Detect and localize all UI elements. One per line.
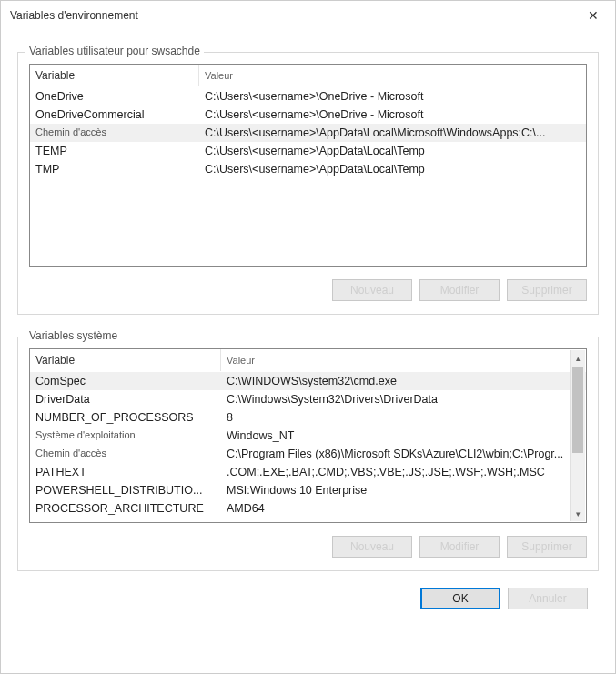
table-row[interactable]: PATHEXT.COM;.EXE;.BAT;.CMD;.VBS;.VBE;.JS… [30, 463, 586, 481]
table-row[interactable]: TMPC:\Users\<username>\AppData\Local\Tem… [30, 160, 586, 178]
var-name: DriverData [30, 390, 221, 408]
scroll-down-icon[interactable]: ▾ [571, 506, 585, 521]
user-vars-label: Variables utilisateur pour swsachde [25, 45, 204, 57]
var-name: OneDrive [30, 87, 199, 106]
var-name: Chemin d'accès [30, 445, 221, 463]
var-name: NUMBER_OF_PROCESSORS [30, 408, 221, 427]
table-row[interactable]: Système d'exploitationWindows_NT [30, 427, 586, 445]
user-buttons-row: Nouveau Modifier Supprimer [29, 279, 587, 301]
table-row[interactable]: Chemin d'accèsC:\Users\<username>\AppDat… [30, 124, 586, 142]
table-row[interactable]: OneDriveC:\Users\<username>\OneDrive - M… [30, 87, 586, 106]
table-row[interactable]: Chemin d'accèsC:\Program Files (x86)\Mic… [30, 445, 586, 463]
var-value: C:\Program Files (x86)\Microsoft SDKs\Az… [221, 445, 586, 463]
col-header-variable[interactable]: Variable [30, 349, 221, 371]
user-vars-header: Variable Valeur [30, 65, 586, 87]
table-row[interactable]: DriverDataC:\Windows\System32\Drivers\Dr… [30, 390, 586, 408]
table-row[interactable]: ComSpecC:\WINDOWS\system32\cmd.exe [30, 372, 586, 390]
sys-vars-header: Variable Valeur [30, 349, 586, 372]
sys-edit-button[interactable]: Modifier [419, 536, 500, 558]
table-row[interactable]: NUMBER_OF_PROCESSORS8 [30, 408, 586, 427]
col-header-value[interactable]: Valeur [221, 349, 586, 371]
sys-vars-table[interactable]: Variable Valeur ComSpecC:\WINDOWS\system… [29, 348, 587, 523]
ok-button[interactable]: OK [420, 588, 500, 609]
var-name: TEMP [30, 142, 199, 160]
table-row[interactable]: OneDriveCommercialC:\Users\<username>\On… [30, 106, 586, 124]
var-value: MSI:Windows 10 Enterprise [221, 481, 586, 499]
var-value: AMD64 [221, 499, 586, 518]
var-name: POWERSHELL_DISTRIBUTIO... [30, 481, 221, 499]
content-area: Variables utilisateur pour swsachde Vari… [1, 30, 615, 673]
var-value: .COM;.EXE;.BAT;.CMD;.VBS;.VBE;.JS;.JSE;.… [221, 463, 586, 481]
sys-vars-fieldset: Variables système Variable Valeur ComSpe… [17, 337, 599, 571]
user-delete-button[interactable]: Supprimer [507, 279, 587, 301]
var-value: C:\WINDOWS\system32\cmd.exe [221, 372, 586, 390]
col-header-variable[interactable]: Variable [30, 65, 199, 86]
user-edit-button[interactable]: Modifier [419, 279, 500, 301]
table-row[interactable]: TEMPC:\Users\<username>\AppData\Local\Te… [30, 142, 586, 160]
table-row[interactable]: POWERSHELL_DISTRIBUTIO...MSI:Windows 10 … [30, 481, 586, 499]
sys-vars-label: Variables système [25, 329, 121, 342]
scroll-up-icon[interactable]: ▴ [571, 350, 585, 366]
scroll-thumb[interactable] [572, 367, 583, 453]
table-row[interactable]: PROCESSOR_ARCHITECTUREAMD64 [30, 499, 586, 518]
user-vars-body: OneDriveC:\Users\<username>\OneDrive - M… [30, 87, 586, 266]
var-name: PROCESSOR_ARCHITECTURE [30, 499, 221, 518]
var-name: Chemin d'accès [30, 124, 199, 142]
col-header-value[interactable]: Valeur [199, 65, 586, 86]
var-name: ComSpec [30, 372, 221, 390]
user-vars-fieldset: Variables utilisateur pour swsachde Vari… [17, 52, 599, 315]
var-value: Windows_NT [221, 427, 586, 445]
sys-delete-button[interactable]: Supprimer [507, 536, 587, 558]
sys-scrollbar[interactable]: ▴ ▾ [570, 350, 585, 521]
var-name: Système d'exploitation [30, 427, 221, 445]
env-vars-dialog: Variables d'environnement ✕ Variables ut… [0, 0, 616, 674]
var-value: C:\Users\<username>\AppData\Local\Temp [199, 160, 586, 178]
window-title: Variables d'environnement [10, 9, 138, 22]
user-new-button[interactable]: Nouveau [332, 279, 412, 301]
titlebar: Variables d'environnement ✕ [1, 1, 615, 30]
var-name: PATHEXT [30, 463, 221, 481]
sys-buttons-row: Nouveau Modifier Supprimer [29, 536, 587, 558]
sys-new-button[interactable]: Nouveau [332, 536, 412, 558]
var-name: TMP [30, 160, 199, 178]
var-value: C:\Windows\System32\Drivers\DriverData [221, 390, 586, 408]
var-value: C:\Users\<username>\OneDrive - Microsoft [199, 106, 586, 124]
var-value: C:\Users\<username>\AppData\Local\Micros… [199, 124, 586, 142]
user-vars-table[interactable]: Variable Valeur OneDriveC:\Users\<userna… [29, 64, 587, 267]
sys-vars-body: ComSpecC:\WINDOWS\system32\cmd.exeDriver… [30, 372, 586, 522]
var-value: C:\Users\<username>\OneDrive - Microsoft [199, 87, 586, 106]
close-icon[interactable]: ✕ [581, 8, 606, 23]
cancel-button[interactable]: Annuler [508, 588, 588, 609]
var-name: OneDriveCommercial [30, 106, 199, 124]
var-value: 8 [221, 408, 586, 427]
dialog-buttons-row: OK Annuler [17, 571, 599, 609]
var-value: C:\Users\<username>\AppData\Local\Temp [199, 142, 586, 160]
